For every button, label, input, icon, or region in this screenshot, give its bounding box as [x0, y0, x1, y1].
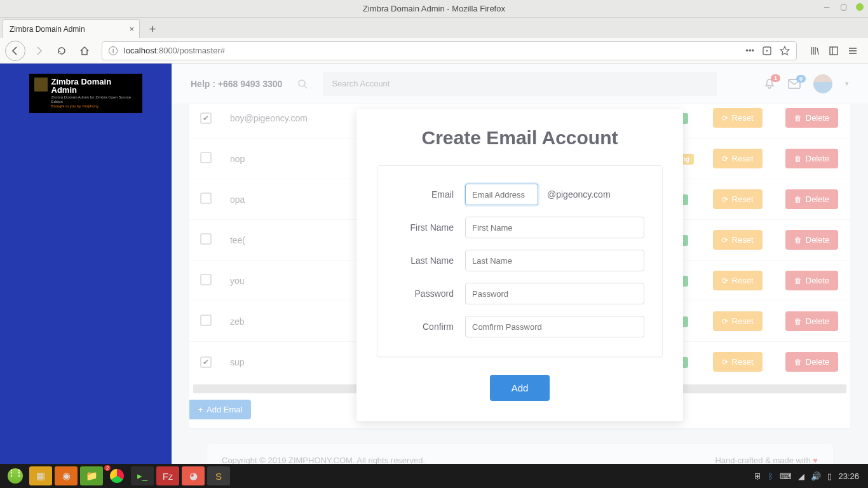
- taskbar-app-firefox-icon[interactable]: ◉: [55, 466, 78, 485]
- tray-battery-icon[interactable]: ▯: [827, 471, 832, 481]
- password-input[interactable]: [465, 283, 644, 304]
- system-tray: ⛨ ᛒ ⌨ ◢ 🔊 ▯ 23:26: [754, 471, 864, 481]
- nav-back-button[interactable]: [5, 41, 25, 61]
- taskbar-app-files-icon[interactable]: 📁: [80, 466, 103, 485]
- logo-subtitle-1: Zimbra Domain Admin for Zimbra Open Sour…: [51, 95, 138, 104]
- svg-rect-2: [830, 47, 837, 55]
- first-name-label: First Name: [395, 222, 465, 233]
- app-main: Help : +668 9493 3300 1 0 ▾: [172, 64, 868, 464]
- url-path: :8000/postmaster#: [156, 46, 225, 55]
- window-maximize-button[interactable]: ▢: [839, 3, 848, 11]
- url-host: localhost: [124, 46, 156, 55]
- url-more-icon[interactable]: •••: [745, 46, 754, 55]
- sidebar-toggle-icon[interactable]: [829, 46, 839, 56]
- tray-keyboard-icon[interactable]: ⌨: [780, 471, 792, 481]
- nav-forward-button[interactable]: [29, 41, 48, 60]
- tray-wifi-icon[interactable]: ◢: [798, 471, 804, 481]
- nav-home-button[interactable]: [75, 41, 94, 60]
- first-name-input[interactable]: [465, 217, 644, 238]
- browser-tab-title: Zimbra Domain Admin: [10, 25, 85, 34]
- url-bar[interactable]: i localhost:8000/postmaster# •••: [102, 41, 797, 60]
- logo-icon: [34, 78, 48, 92]
- modal-add-label: Add: [512, 383, 529, 393]
- tab-close-icon[interactable]: ×: [129, 24, 134, 34]
- window-title: Zimbra Domain Admin - Mozilla Firefox: [0, 4, 868, 13]
- last-name-input[interactable]: [465, 250, 644, 271]
- email-input[interactable]: [465, 184, 538, 205]
- logo-title: Zimbra Domain Admin: [51, 78, 138, 94]
- last-name-label: Last Name: [395, 255, 465, 266]
- taskbar-app-filezilla-icon[interactable]: Fz: [156, 466, 179, 485]
- library-icon[interactable]: [810, 46, 820, 56]
- confirm-password-input[interactable]: [465, 316, 644, 337]
- chrome-badge: 2: [104, 465, 111, 471]
- tray-bluetooth-icon[interactable]: ᛒ: [768, 471, 773, 481]
- window-close-button[interactable]: [855, 3, 864, 11]
- create-account-modal: Create Email Account Email @pigeoncy.com…: [356, 109, 683, 421]
- email-domain-suffix: @pigeoncy.com: [547, 189, 611, 200]
- window-minimize-button[interactable]: ─: [822, 3, 831, 11]
- new-tab-button[interactable]: +: [144, 20, 161, 38]
- password-label: Password: [395, 288, 465, 299]
- taskbar-app-manjaro-icon[interactable]: ▦: [29, 466, 52, 485]
- taskbar-app-terminal-icon[interactable]: ▸_: [131, 466, 154, 485]
- taskbar-app-sublime-icon[interactable]: S: [207, 466, 230, 485]
- browser-tab-strip: Zimbra Domain Admin × +: [0, 18, 868, 38]
- os-taskbar: ⋮⋮ ▦ ◉ 📁 2 ▸_ Fz ◕ S ⛨ ᛒ ⌨ ◢ 🔊 ▯ 23:26: [0, 464, 868, 488]
- modal-title: Create Email Account: [377, 127, 663, 149]
- start-menu-button[interactable]: ⋮⋮: [4, 466, 27, 485]
- modal-form: Email @pigeoncy.com First Name Last Name…: [377, 165, 663, 357]
- tray-clock[interactable]: 23:26: [838, 471, 859, 481]
- browser-tab[interactable]: Zimbra Domain Admin ×: [3, 19, 140, 38]
- nav-reload-button[interactable]: [52, 41, 71, 60]
- tray-volume-icon[interactable]: 🔊: [811, 471, 821, 481]
- logo-subtitle-2: Brought to you by zimphony: [51, 104, 138, 109]
- email-label: Email: [395, 189, 465, 200]
- site-info-icon[interactable]: i: [109, 46, 118, 55]
- tray-shield-icon[interactable]: ⛨: [754, 471, 762, 481]
- modal-add-button[interactable]: Add: [490, 375, 550, 401]
- taskbar-app-gitkraken-icon[interactable]: ◕: [182, 466, 205, 485]
- app-sidebar: Zimbra Domain Admin Zimbra Domain Admin …: [0, 64, 172, 464]
- taskbar-app-chrome-icon[interactable]: 2: [105, 466, 128, 485]
- app-logo[interactable]: Zimbra Domain Admin Zimbra Domain Admin …: [29, 74, 142, 113]
- reader-mode-icon[interactable]: [762, 46, 772, 56]
- confirm-password-label: Confirm: [395, 322, 465, 332]
- window-titlebar: Zimbra Domain Admin - Mozilla Firefox ─ …: [0, 0, 868, 18]
- hamburger-menu-icon[interactable]: [848, 46, 858, 56]
- bookmark-star-icon[interactable]: [780, 46, 790, 56]
- browser-toolbar: i localhost:8000/postmaster# •••: [0, 38, 868, 64]
- svg-point-1: [766, 50, 768, 51]
